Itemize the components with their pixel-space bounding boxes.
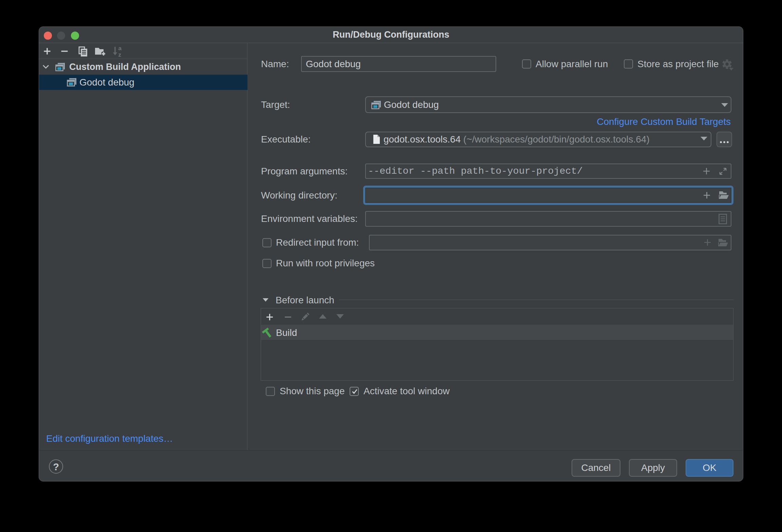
svg-text:a: a bbox=[118, 45, 122, 52]
svg-text:z: z bbox=[118, 52, 122, 58]
